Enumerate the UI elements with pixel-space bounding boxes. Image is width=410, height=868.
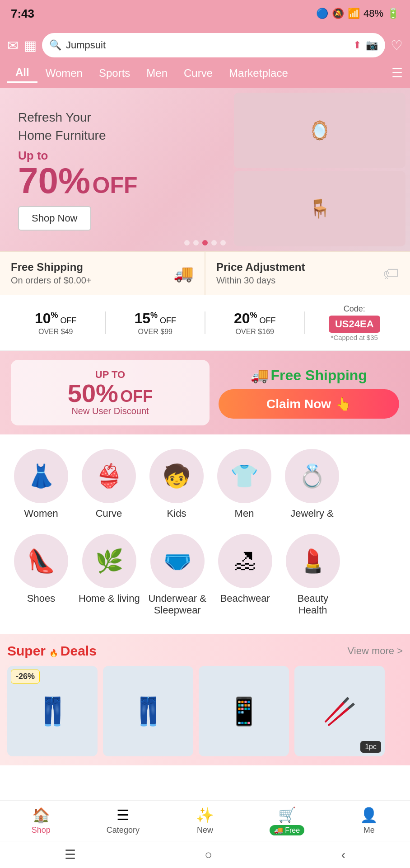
deal-item-4[interactable]: 🥢 1pc — [294, 666, 385, 756]
category-shoes-image: 👠 — [14, 534, 68, 588]
discount-15-pct: 15 — [134, 310, 150, 326]
android-back-icon[interactable]: ‹ — [341, 848, 345, 862]
calendar-icon[interactable]: ▦ — [24, 38, 37, 53]
price-adjustment-card[interactable]: Price Adjustment Within 30 days 🏷 — [205, 252, 410, 295]
nav-item-marketplace[interactable]: Marketplace — [221, 64, 296, 82]
categories-section: 👗 Women 👙 Curve 🧒 Kids 👕 Men 💍 Jewelry & — [0, 434, 410, 634]
deal-item-3[interactable]: 📱 — [199, 666, 289, 756]
category-jewelry-image: 💍 — [285, 449, 339, 503]
category-label: Category — [107, 826, 140, 835]
status-bar: 7:43 🔵 🔕 📶 48% 🔋 — [0, 0, 410, 27]
banner-subtitle: Refresh YourHome Furniture — [18, 108, 211, 144]
android-home-icon[interactable]: ○ — [205, 848, 212, 862]
category-men[interactable]: 👕 Men — [210, 445, 278, 523]
price-adjustment-subtitle: Within 30 days — [216, 275, 305, 286]
nav-bar: All Women Sports Men Curve Marketplace ☰ — [0, 63, 410, 88]
status-icons: 🔵 🔕 📶 48% 🔋 — [316, 8, 399, 19]
banner-images: 🪞 🪑 — [229, 88, 410, 251]
new-label: New — [197, 826, 213, 835]
category-underwear-image: 🩲 — [150, 534, 205, 588]
bottom-nav-category[interactable]: ☰ Category — [82, 801, 164, 841]
banner-discount: 70% OFF — [18, 163, 211, 199]
divider-2 — [205, 311, 205, 334]
claim-btn-label: Claim Now — [266, 397, 331, 411]
promo-truck-icon: 🚚 — [251, 367, 269, 383]
nav-item-curve[interactable]: Curve — [176, 64, 221, 82]
divider-3 — [304, 311, 305, 334]
promo-banner: UP TO 50% OFF New User Discount 🚚 Free S… — [0, 351, 410, 434]
coupon-code-box[interactable]: Code: US24EA *Capped at $35 — [310, 304, 400, 341]
category-jewelry[interactable]: 💍 Jewelry & — [278, 445, 346, 523]
claim-now-button[interactable]: Claim Now 👆 — [219, 389, 399, 419]
search-arrow-icon: ⬆ — [353, 39, 361, 51]
mail-icon[interactable]: ✉ — [7, 38, 19, 53]
profile-icon: 👤 — [360, 807, 378, 824]
category-kids-image: 🧒 — [149, 449, 204, 503]
promo-claim-box: 🚚 Free Shipping Claim Now 👆 — [219, 367, 399, 419]
deal-image-3: 📱 — [199, 666, 289, 756]
search-icon: 🔍 — [49, 39, 61, 51]
category-underwear-label: Underwear &Sleepwear — [149, 593, 206, 616]
shop-now-button[interactable]: Shop Now — [18, 206, 91, 231]
discount-20: 20% OFF OVER $169 — [210, 310, 300, 336]
nav-item-men[interactable]: Men — [138, 64, 176, 82]
android-menu-icon[interactable]: ☰ — [65, 847, 76, 862]
super-deals-section: Super 🔥 Deals View more > 👖 -26% 👖 📱 🥢 1… — [0, 634, 410, 765]
super-deals-header: Super 🔥 Deals View more > — [7, 643, 403, 659]
category-beauty-label: BeautyHealth — [297, 593, 328, 616]
discount-10-sup: % — [51, 311, 58, 320]
search-bar[interactable]: 🔍 Jumpsuit ⬆ 📷 — [42, 33, 385, 57]
bottom-nav-free[interactable]: 🛒 🚚 Free — [246, 801, 328, 841]
category-shoes[interactable]: 👠 Shoes — [7, 530, 75, 620]
category-women-image: 👗 — [14, 449, 68, 503]
category-beachwear-label: Beachwear — [220, 593, 270, 604]
category-curve-label: Curve — [96, 508, 122, 519]
bottom-nav-me[interactable]: 👤 Me — [328, 801, 410, 841]
category-women[interactable]: 👗 Women — [7, 445, 75, 523]
bottom-nav: 🏠 Shop ☰ Category ✨ New 🛒 🚚 Free 👤 Me — [0, 800, 410, 841]
category-men-image: 👕 — [217, 449, 271, 503]
free-badge: 🚚 Free — [270, 825, 304, 835]
category-beauty[interactable]: 💄 BeautyHealth — [279, 530, 347, 620]
discount-10-pct: 10 — [35, 310, 51, 326]
category-curve[interactable]: 👙 Curve — [75, 445, 143, 523]
coupon-cap: *Capped at $35 — [310, 334, 400, 341]
category-kids-label: Kids — [167, 508, 186, 519]
category-beachwear[interactable]: 🏖 Beachwear — [211, 530, 279, 620]
category-icon: ☰ — [116, 807, 130, 824]
free-shipping-card[interactable]: Free Shipping On orders of $0.00+ 🚚 — [0, 252, 205, 295]
bottom-nav-new[interactable]: ✨ New — [164, 801, 246, 841]
deal-badge-1: -26% — [11, 670, 40, 684]
category-kids[interactable]: 🧒 Kids — [143, 445, 210, 523]
price-tag-icon: 🏷 — [383, 264, 399, 283]
bluetooth-icon: 🔵 — [316, 8, 328, 19]
camera-icon[interactable]: 📷 — [366, 39, 378, 51]
discount-10-label: OVER $49 — [11, 328, 101, 336]
nav-item-women[interactable]: Women — [37, 64, 91, 82]
categories-row-2: 👠 Shoes 🌿 Home & living 🩲 Underwear &Sle… — [7, 527, 403, 627]
claim-btn-icon: 👆 — [335, 396, 351, 411]
discount-15: 15% OFF OVER $99 — [111, 310, 200, 336]
nav-menu-icon[interactable]: ☰ — [391, 66, 403, 80]
bottom-nav-shop[interactable]: 🏠 Shop — [0, 801, 82, 841]
deal-image-2: 👖 — [103, 666, 193, 756]
view-more-link[interactable]: View more > — [348, 645, 403, 657]
code-label: Code: — [310, 304, 400, 314]
categories-row-1: 👗 Women 👙 Curve 🧒 Kids 👕 Men 💍 Jewelry & — [7, 445, 403, 527]
nav-item-sports[interactable]: Sports — [91, 64, 138, 82]
free-badge-label: Free — [285, 826, 300, 835]
deal-item-2[interactable]: 👖 — [103, 666, 193, 756]
wishlist-icon[interactable]: ♡ — [391, 38, 403, 53]
category-home[interactable]: 🌿 Home & living — [75, 530, 144, 620]
category-underwear[interactable]: 🩲 Underwear &Sleepwear — [144, 530, 211, 620]
battery-text: 48% — [363, 8, 383, 19]
nav-item-all[interactable]: All — [7, 63, 37, 83]
category-beauty-image: 💄 — [286, 534, 340, 588]
banner-image-2: 🪑 — [234, 171, 405, 246]
deal-item-1[interactable]: 👖 -26% — [7, 666, 98, 756]
promo-discount-box: UP TO 50% OFF New User Discount — [11, 360, 210, 425]
info-cards: Free Shipping On orders of $0.00+ 🚚 Pric… — [0, 251, 410, 295]
category-men-label: Men — [235, 508, 254, 519]
discount-row: 10% OFF OVER $49 15% OFF OVER $99 20% OF… — [0, 295, 410, 351]
header: ✉ ▦ 🔍 Jumpsuit ⬆ 📷 ♡ — [0, 27, 410, 63]
